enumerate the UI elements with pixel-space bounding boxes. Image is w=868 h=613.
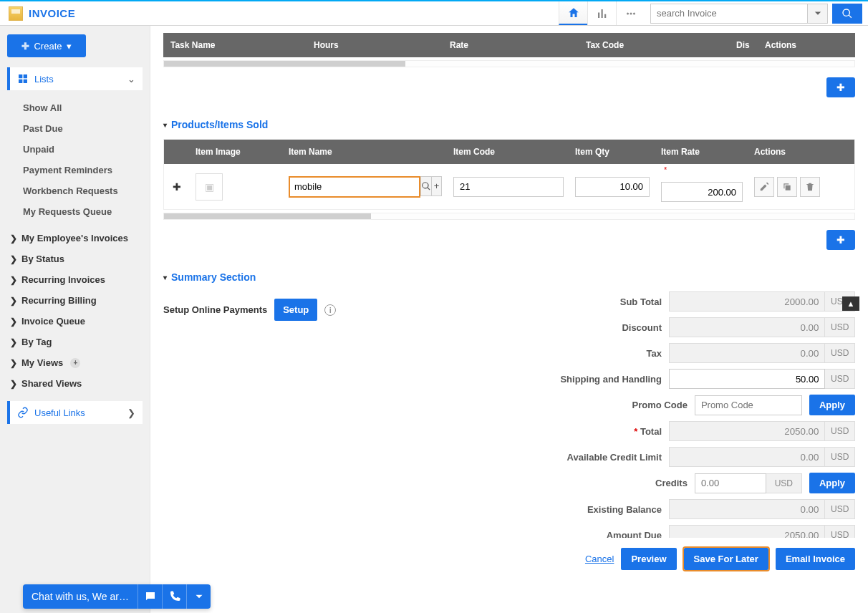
svg-point-1 — [630, 12, 632, 14]
collapse-icon: ▾ — [163, 274, 167, 281]
discount-label: Discount — [468, 322, 669, 333]
products-table-header: Item Image Item Name Item Code Item Qty … — [164, 140, 854, 164]
tasks-h-scrollbar[interactable] — [163, 60, 855, 67]
col-actions: Actions — [758, 33, 855, 57]
search-wrap — [650, 4, 862, 24]
chat-phone-icon[interactable] — [162, 584, 186, 609]
col-item-code: Item Code — [448, 140, 569, 164]
home-icon[interactable] — [559, 1, 587, 25]
item-add-button[interactable]: + — [431, 176, 442, 196]
save-for-later-button[interactable]: Save For Later — [684, 548, 768, 570]
more-icon[interactable] — [616, 1, 645, 25]
chevron-down-icon: ⌄ — [127, 74, 135, 85]
chevron-right-icon: ❯ — [10, 337, 17, 347]
preview-button[interactable]: Preview — [621, 548, 676, 570]
search-input[interactable] — [650, 4, 808, 24]
setup-payments-label: Setup Online Payments — [163, 304, 267, 315]
add-task-button[interactable]: ✚ — [826, 77, 855, 97]
item-lookup-button[interactable] — [420, 176, 432, 196]
sidebar: ✚ Create ▾ Lists ⌄ Show All Past Due Unp… — [0, 26, 150, 613]
item-qty-input[interactable] — [575, 177, 650, 197]
sidebar-item-my-views[interactable]: ❯My Views+ — [7, 352, 143, 373]
products-section-title: Products/Items Sold — [171, 119, 268, 130]
currency-label: USD — [825, 317, 855, 337]
col-dis: Dis — [729, 33, 758, 57]
sidebar-item-shared-views[interactable]: ❯Shared Views — [7, 373, 143, 394]
sidebar-item-show-all[interactable]: Show All — [7, 97, 143, 118]
app-title: INVOICE — [0, 6, 150, 21]
sidebar-item-employee-invoices[interactable]: ❯My Employee's Invoices — [7, 228, 143, 248]
plus-icon: ✚ — [836, 82, 845, 93]
tax-label: Tax — [468, 348, 669, 359]
credits-input[interactable] — [695, 473, 766, 493]
currency-label: USD — [766, 473, 802, 493]
email-invoice-button[interactable]: Email Invoice — [776, 548, 855, 570]
app-logo-icon — [9, 6, 23, 21]
discount-value — [669, 317, 825, 337]
sidebar-item-recurring-billing[interactable]: ❯Recurring Billing — [7, 290, 143, 311]
apply-promo-button[interactable]: Apply — [809, 395, 855, 415]
tasks-table-header: Task Name Hours Rate Tax Code Dis Action… — [163, 33, 855, 57]
credits-label: Credits — [468, 478, 695, 488]
total-value — [669, 421, 825, 441]
row-delete-button[interactable] — [800, 177, 820, 197]
col-task-name: Task Name — [163, 33, 307, 57]
item-image-placeholder[interactable]: ▣ — [196, 173, 223, 201]
col-item-rate: Item Rate — [655, 140, 748, 164]
link-icon — [17, 407, 29, 418]
sidebar-item-workbench-requests[interactable]: Workbench Requests — [7, 180, 143, 201]
add-row-icon[interactable]: ✚ — [164, 174, 190, 200]
summary-section-toggle[interactable]: ▾ Summary Section — [163, 271, 855, 283]
top-right-toolbar — [559, 1, 868, 25]
row-edit-button[interactable] — [754, 177, 774, 197]
sidebar-item-by-tag[interactable]: ❯By Tag — [7, 332, 143, 352]
products-h-scrollbar[interactable] — [163, 213, 855, 220]
products-section-toggle[interactable]: ▾ Products/Items Sold — [163, 119, 855, 130]
sidebar-item-recurring-invoices[interactable]: ❯Recurring Invoices — [7, 269, 143, 290]
sidebar-item-by-status[interactable]: ❯By Status — [7, 248, 143, 269]
sidebar-item-unpaid[interactable]: Unpaid — [7, 139, 143, 160]
create-button[interactable]: ✚ Create ▾ — [7, 34, 86, 57]
shipping-label: Shipping and Handling — [468, 374, 669, 385]
add-view-icon[interactable]: + — [70, 358, 80, 368]
sidebar-item-my-requests-queue[interactable]: My Requests Queue — [7, 201, 143, 222]
col-tax-code: Tax Code — [579, 33, 729, 57]
shipping-input[interactable] — [669, 369, 825, 389]
chat-message-icon[interactable] — [138, 584, 162, 609]
currency-label: USD — [825, 343, 855, 363]
useful-links-label: Useful Links — [34, 407, 85, 418]
search-dropdown-toggle[interactable] — [808, 4, 828, 24]
chat-widget[interactable]: Chat with us, We are … — [23, 584, 211, 609]
sidebar-item-past-due[interactable]: Past Due — [7, 118, 143, 139]
footer-actions: Cancel Preview Save For Later Email Invo… — [163, 538, 855, 570]
item-name-input[interactable] — [290, 178, 419, 196]
analytics-icon[interactable] — [587, 1, 616, 25]
chevron-right-icon: ❯ — [10, 317, 17, 327]
row-copy-button[interactable] — [777, 177, 797, 197]
item-rate-input[interactable] — [661, 182, 743, 202]
cancel-link[interactable]: Cancel — [585, 554, 614, 564]
tax-value — [669, 343, 825, 363]
scroll-to-top-button[interactable]: ▲ — [842, 296, 859, 311]
apply-credits-button[interactable]: Apply — [809, 473, 855, 493]
chat-collapse-icon[interactable] — [186, 584, 211, 609]
chevron-right-icon: ❯ — [127, 407, 135, 418]
setup-button[interactable]: Setup — [274, 299, 317, 321]
chevron-right-icon: ❯ — [10, 233, 17, 243]
add-product-button[interactable]: ✚ — [826, 230, 855, 250]
credit-limit-label: Available Credit Limit — [468, 452, 669, 463]
credit-limit-value — [669, 447, 825, 467]
sidebar-panel-useful-links[interactable]: Useful Links ❯ — [7, 401, 143, 424]
lists-label: Lists — [34, 74, 54, 85]
info-icon[interactable]: i — [324, 304, 336, 316]
promo-code-input[interactable] — [695, 395, 802, 415]
item-code-input[interactable] — [453, 177, 564, 197]
sidebar-item-invoice-queue[interactable]: ❯Invoice Queue — [7, 311, 143, 332]
chevron-right-icon: ❯ — [10, 379, 17, 389]
col-item-image: Item Image — [190, 140, 283, 164]
sidebar-item-payment-reminders[interactable]: Payment Reminders — [7, 160, 143, 180]
main-content: Task Name Hours Rate Tax Code Dis Action… — [150, 26, 868, 613]
summary-section-title: Summary Section — [171, 271, 256, 283]
search-button[interactable] — [832, 4, 862, 24]
sidebar-panel-lists[interactable]: Lists ⌄ — [7, 67, 143, 90]
